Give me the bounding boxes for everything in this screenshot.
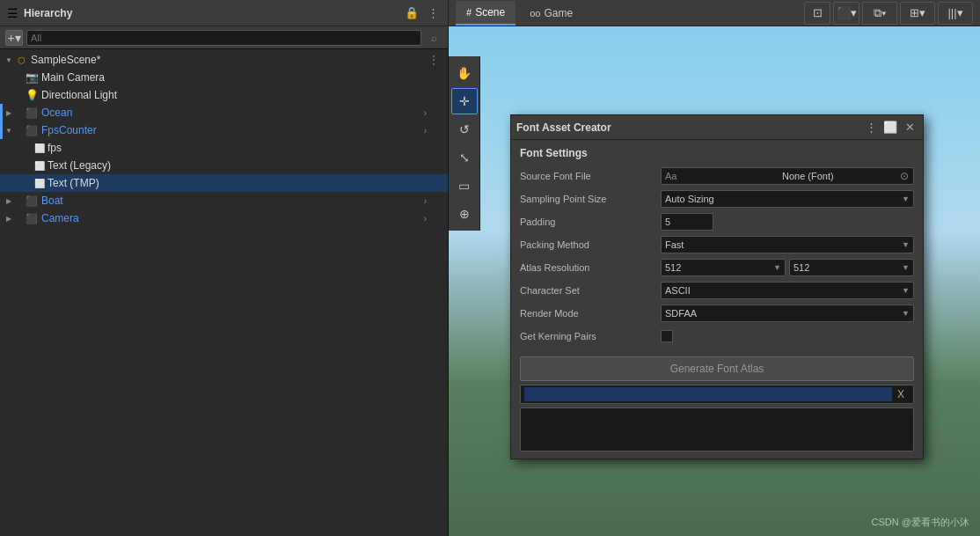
game-eye-icon: oo <box>530 8 540 18</box>
scene-tab-label: Scene <box>475 6 505 18</box>
textlegacy-cube-icon: ⬜ <box>35 161 44 170</box>
sampling-value: Auto Sizing <box>665 194 714 204</box>
tree-item-camera[interactable]: ▶ ⬛ Camera › <box>0 209 448 227</box>
scene-toolbar-btn4[interactable]: ⊞▾ <box>900 2 935 25</box>
atlas-value2: 512 <box>794 262 809 273</box>
hierarchy-more-btn[interactable]: ⋮ <box>425 5 441 21</box>
atlas-dual-select: 512 ▼ 512 ▼ <box>661 259 914 276</box>
atlas-label: Atlas Resolution <box>520 262 661 273</box>
charset-chevron-icon: ▼ <box>902 286 910 295</box>
source-font-label: Source Font File <box>520 171 661 181</box>
scene-label: SampleScene* <box>31 54 427 66</box>
camera-label: Camera <box>41 212 441 224</box>
tree-item-dirlight[interactable]: 💡 Directional Light <box>0 86 448 104</box>
ocean-cube-icon: ⬛ <box>25 106 39 120</box>
scene-toolbar-btn2[interactable]: ⬛▾ <box>833 2 859 25</box>
sampling-select[interactable]: Auto Sizing ▼ <box>661 190 914 208</box>
game-tab[interactable]: oo Game <box>519 1 583 26</box>
source-font-target-btn[interactable]: ⊙ <box>896 167 913 185</box>
texttmp-label: Text (TMP) <box>48 177 441 189</box>
arrow-spacer <box>4 72 14 83</box>
tree-item-textlegacy[interactable]: ⬜ Text (Legacy) <box>0 157 448 174</box>
panel-body: Font Settings Source Font File Aa None (… <box>511 140 923 459</box>
tree-item-fps[interactable]: ⬜ fps <box>0 139 448 157</box>
atlas-value1: 512 <box>665 262 681 273</box>
top-bar: ☰ Hierarchy 🔒 ⋮ # Scene oo Game ⊡ ⬛▾ ⧉▾ … <box>0 0 980 26</box>
maincamera-label: Main Camera <box>41 71 441 84</box>
padding-row: Padding <box>520 212 914 231</box>
scene-tab[interactable]: # Scene <box>456 1 516 26</box>
right-panel: ✋ ✛ ↺ ⤡ ▭ ⊕ Font Asset Creator ⋮ ⬜ ✕ Fon… <box>449 26 980 536</box>
expand-arrow-ocean: ▶ <box>4 107 14 118</box>
tree-item-samplescene[interactable]: ▼ ⬡ SampleScene* ⋮ <box>0 51 448 69</box>
scale-tool-btn[interactable]: ⤡ <box>451 144 478 171</box>
boat-cube-icon: ⬛ <box>25 194 39 208</box>
boat-label: Boat <box>41 195 441 207</box>
tree-item-fpscounter[interactable]: ▼ ⬛ FpsCounter › <box>0 121 448 139</box>
hierarchy-header-bar: ☰ Hierarchy 🔒 ⋮ <box>0 0 449 26</box>
textlegacy-label: Text (Legacy) <box>48 159 441 172</box>
fps-cube-icon: ⬜ <box>35 143 44 152</box>
camera-arrow-right: › <box>424 214 427 224</box>
expand-arrow-fpscounter: ▼ <box>4 125 14 136</box>
move-tool-btn[interactable]: ✛ <box>451 88 478 114</box>
hierarchy-lock-btn[interactable]: 🔒 <box>404 5 420 21</box>
boat-arrow-right: › <box>424 196 427 206</box>
arrow-spacer4 <box>4 160 14 171</box>
tree-item-maincamera[interactable]: 📷 Main Camera <box>0 69 448 86</box>
scene-toolbar-btn1[interactable]: ⊡ <box>804 2 830 25</box>
panel-close-btn[interactable]: ✕ <box>902 120 918 136</box>
panel-title: Font Asset Creator <box>516 121 859 134</box>
rendermode-chevron-icon: ▼ <box>902 309 910 318</box>
search-input[interactable] <box>26 30 421 46</box>
scene-tab-bar: # Scene oo Game ⊡ ⬛▾ ⧉▾ ⊞▾ |||▾ <box>449 0 980 26</box>
kerning-label: Get Kerning Pairs <box>520 331 661 341</box>
tree-item-boat[interactable]: ▶ ⬛ Boat › <box>0 192 448 209</box>
atlas-select2[interactable]: 512 ▼ <box>789 259 914 276</box>
panel-maximize-btn[interactable]: ⬜ <box>882 120 898 136</box>
expand-arrow-camera: ▶ <box>4 213 14 224</box>
atlas-row: Atlas Resolution 512 ▼ 512 ▼ <box>520 258 914 277</box>
hierarchy-toolbar: +▾ ⌕ <box>0 26 448 49</box>
atlas-select1[interactable]: 512 ▼ <box>661 259 786 276</box>
add-button[interactable]: +▾ <box>5 30 23 46</box>
hierarchy-panel-title: Hierarchy <box>24 7 72 19</box>
padding-input[interactable] <box>661 213 713 231</box>
transform-tool-btn[interactable]: ⊕ <box>451 201 478 227</box>
kerning-checkbox[interactable] <box>661 330 673 342</box>
tree-item-texttmp[interactable]: ⬜ Text (TMP) <box>0 174 448 192</box>
progress-bar <box>524 387 892 401</box>
scene-toolbar-btn5[interactable]: |||▾ <box>938 2 973 25</box>
texttmp-cube-icon: ⬜ <box>35 179 44 187</box>
source-font-value: None (Font) <box>779 171 896 181</box>
scene-dots-btn[interactable]: ⋮ <box>427 54 441 66</box>
packing-select[interactable]: Fast ▼ <box>661 236 914 253</box>
progress-cancel-btn[interactable]: X <box>892 385 910 403</box>
source-font-field: Aa None (Font) ⊙ <box>661 167 914 185</box>
fpscounter-cube-icon: ⬛ <box>25 123 39 137</box>
packing-row: Packing Method Fast ▼ <box>520 235 914 254</box>
fps-label: fps <box>48 142 441 154</box>
charset-row: Character Set ASCII ▼ <box>520 281 914 300</box>
dirlight-label: Directional Light <box>41 89 441 101</box>
light-icon: 💡 <box>25 88 39 102</box>
packing-chevron-icon: ▼ <box>902 240 910 249</box>
ocean-arrow-right: › <box>424 108 427 118</box>
rendermode-select[interactable]: SDFAA ▼ <box>661 305 914 322</box>
panel-titlebar: Font Asset Creator ⋮ ⬜ ✕ <box>511 115 923 140</box>
vertical-toolbar: ✋ ✛ ↺ ⤡ ▭ ⊕ <box>449 56 480 231</box>
rotate-tool-btn[interactable]: ↺ <box>451 116 478 143</box>
search-confirm-btn[interactable]: ⌕ <box>425 30 442 46</box>
rect-tool-btn[interactable]: ▭ <box>451 173 478 199</box>
generate-font-atlas-btn[interactable]: Generate Font Atlas <box>520 356 914 381</box>
tree-item-ocean[interactable]: ▶ ⬛ Ocean › <box>0 104 448 121</box>
panel-more-btn[interactable]: ⋮ <box>863 120 879 136</box>
hand-tool-btn[interactable]: ✋ <box>451 60 478 86</box>
rendermode-row: Render Mode SDFAA ▼ <box>520 304 914 323</box>
charset-select[interactable]: ASCII ▼ <box>661 282 914 299</box>
scene-toolbar-btn3[interactable]: ⧉▾ <box>862 2 897 25</box>
watermark-text: CSDN @爱看书的小沐 <box>872 516 969 529</box>
atlas1-chevron-icon: ▼ <box>773 263 781 272</box>
ocean-label: Ocean <box>41 106 441 119</box>
camera-icon: 📷 <box>25 70 39 84</box>
